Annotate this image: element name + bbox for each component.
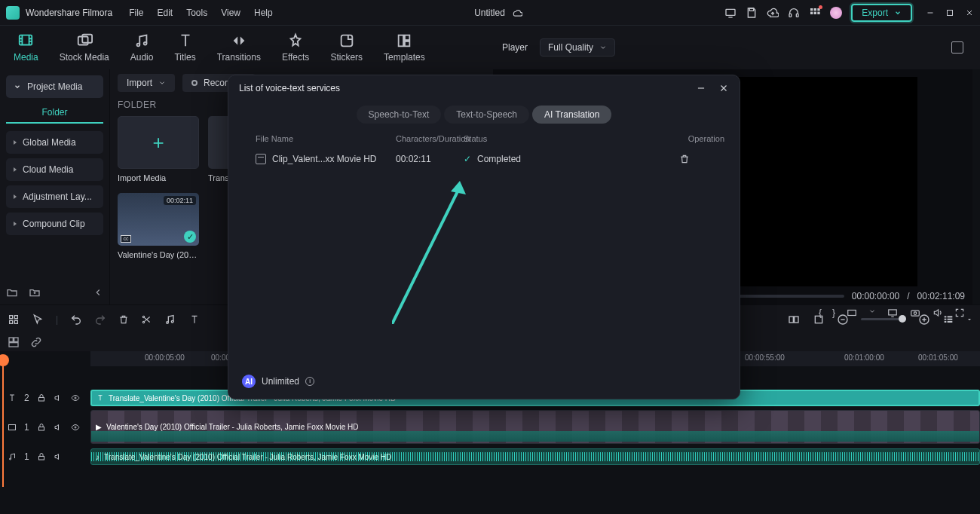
tab-titles[interactable]: Titles [174,32,195,63]
svg-rect-19 [405,41,409,46]
modal-close-icon[interactable] [718,83,729,93]
menu-view[interactable]: View [221,8,240,18]
svg-rect-0 [726,9,735,15]
col-duration: Characters/Duration [396,134,464,143]
text-icon[interactable] [189,314,200,326]
modal-footer-text: Unlimited [262,376,299,387]
track-lock-icon[interactable] [37,452,46,461]
display-icon[interactable] [887,307,899,318]
svg-rect-17 [399,35,403,47]
track-eye-icon[interactable] [70,423,81,432]
chevron-down-icon[interactable] [868,307,876,315]
headphones-icon[interactable] [788,7,800,19]
sidebar-compound-clip[interactable]: Compound Clip [6,213,103,235]
info-icon[interactable]: i [305,377,314,386]
track-mute-icon[interactable] [54,452,63,461]
import-media-tile[interactable]: + [118,116,199,169]
tab-media[interactable]: Media [14,32,38,63]
svg-rect-2 [789,14,792,17]
col-file: File Name [256,134,396,143]
delete-icon[interactable] [118,314,129,326]
svg-rect-28 [14,320,17,323]
camera-icon[interactable] [909,307,921,318]
modal-tabs: Speech-to-Text Text-to-Speech AI Transla… [228,106,740,124]
magnet-icon[interactable] [8,314,20,326]
collapse-sidebar-icon[interactable] [93,287,103,298]
chevron-down-icon [158,79,166,87]
media-clip-tile[interactable]: 00:02:11 cc ✓ [118,193,199,246]
window-minimize-icon[interactable] [926,8,935,17]
save-icon[interactable] [746,7,758,19]
tab-tts[interactable]: Text-to-Speech [444,106,529,124]
split-icon[interactable] [141,314,152,326]
track-lock-icon[interactable] [37,423,46,432]
track-grid-icon[interactable] [8,336,20,348]
window-maximize-icon[interactable] [945,8,954,17]
tab-transitions[interactable]: Transitions [217,32,261,63]
video-clip[interactable]: ▶ Valentine's Day (2010) Official Traile… [90,410,980,444]
audio-clip[interactable]: ♪ Translate_Valentine's Day (2010) Offic… [90,448,980,465]
svg-point-29 [142,316,144,317]
audio-beat-icon[interactable] [164,314,177,326]
track-eye-icon[interactable] [70,393,81,402]
tab-audio[interactable]: Audio [130,32,154,63]
menu-file[interactable]: File [129,8,143,18]
export-button[interactable]: Export [851,4,912,22]
track-index: 2 [24,393,29,403]
subtitle-badge-icon: cc [121,235,131,243]
tab-effects[interactable]: Effects [282,32,309,63]
new-folder-icon[interactable] [6,286,18,298]
link-icon[interactable] [30,336,42,348]
tab-stt[interactable]: Speech-to-Text [357,106,442,124]
ratio-icon[interactable] [846,307,858,318]
playhead-handle-icon[interactable] [0,354,9,366]
menu-tools[interactable]: Tools [186,8,207,18]
menu-help[interactable]: Help [254,8,273,18]
tab-ai-translation[interactable]: AI Translation [532,106,611,124]
screen-icon[interactable] [724,7,737,19]
avatar[interactable] [830,7,842,19]
svg-point-52 [10,458,11,460]
mark-out-icon[interactable]: } [832,307,835,318]
volume-icon[interactable] [932,307,944,318]
track-lock-icon[interactable] [37,393,46,402]
ruler-tick: 00:01:05:00 [918,353,958,362]
undo-icon[interactable] [70,314,82,326]
chevron-down-icon[interactable] [966,317,972,323]
svg-rect-53 [38,457,44,460]
modal-minimize-icon[interactable] [696,83,706,93]
sidebar-adjustment-layer[interactable]: Adjustment Lay... [6,185,103,208]
pointer-icon[interactable] [32,314,44,326]
delete-row-icon[interactable] [679,154,724,164]
time-current: 00:00:00:00 [852,291,899,301]
sidebar-cloud-media[interactable]: Cloud Media [6,158,103,181]
track-mute-icon[interactable] [54,393,63,402]
import-dropdown[interactable]: Import [118,74,175,92]
cloud-sync-icon[interactable] [511,7,523,19]
zoom-slider[interactable] [861,318,906,320]
redo-icon[interactable] [94,314,106,326]
tab-stock-media[interactable]: Stock Media [60,32,109,63]
new-bin-icon[interactable] [29,286,41,298]
sidebar-global-media[interactable]: Global Media [6,131,103,154]
check-icon: ✓ [464,154,471,164]
folder-tab[interactable]: Folder [6,102,103,124]
sidebar-project-media[interactable]: Project Media [6,75,103,98]
row-status: Completed [477,154,521,164]
tab-stickers[interactable]: Stickers [330,32,363,63]
track-mute-icon[interactable] [54,423,63,432]
fullscreen-icon[interactable] [954,307,965,318]
row-duration: 00:02:11 [396,154,464,164]
window-close-icon[interactable] [965,8,974,17]
mark-in-icon[interactable]: { [819,307,822,318]
apps-grid-icon[interactable] [809,7,821,19]
snapshot-settings-icon[interactable] [951,41,963,54]
menu-edit[interactable]: Edit [158,8,173,18]
tab-templates[interactable]: Templates [384,32,425,63]
caret-right-icon [14,194,17,199]
cloud-upload-icon[interactable] [767,7,779,19]
svg-rect-40 [945,321,947,323]
svg-rect-39 [945,318,947,320]
quality-select[interactable]: Full Quality [540,38,615,57]
svg-point-24 [914,312,917,315]
